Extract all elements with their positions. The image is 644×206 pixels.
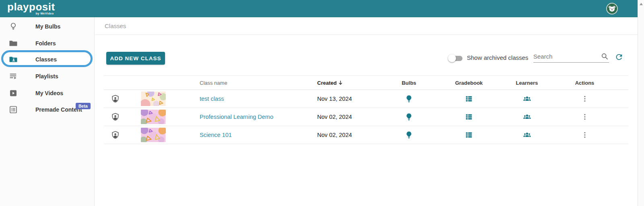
gradebook-icon[interactable] bbox=[464, 94, 474, 104]
add-new-class-button[interactable]: ADD NEW CLASS bbox=[106, 52, 165, 65]
main-area: Classes ADD NEW CLASS Show archived clas… bbox=[95, 17, 638, 206]
scroll-up-arrow-icon[interactable] bbox=[640, 3, 643, 5]
sidebar-item-label: Folders bbox=[35, 35, 56, 52]
sidebar-item-label: My Videos bbox=[35, 85, 63, 102]
classes-content: ADD NEW CLASS Show archived classes bbox=[95, 35, 638, 206]
class-thumbnail[interactable] bbox=[141, 128, 166, 142]
learners-icon[interactable] bbox=[522, 94, 532, 104]
lightbulb-icon bbox=[8, 22, 18, 31]
beta-badge: Beta bbox=[76, 103, 91, 109]
sidebar-item-label: Premade Content bbox=[35, 101, 82, 118]
vertical-scrollbar[interactable] bbox=[638, 0, 644, 206]
header-actions: Actions bbox=[548, 80, 628, 86]
table-row: test class Nov 13, 2024 bbox=[104, 90, 628, 108]
shield-person-icon bbox=[111, 94, 120, 104]
user-avatar[interactable] bbox=[606, 3, 618, 14]
search-icon[interactable] bbox=[601, 52, 609, 61]
class-name-link[interactable]: Professional Learning Demo bbox=[184, 114, 307, 120]
dog-avatar-icon bbox=[607, 4, 617, 14]
table-row: Professional Learning Demo Nov 02, 2024 bbox=[104, 108, 628, 126]
gradebook-icon[interactable] bbox=[464, 112, 474, 122]
header-created[interactable]: Created bbox=[307, 80, 386, 86]
class-name-link[interactable]: Science 101 bbox=[184, 132, 307, 138]
sidebar-item-premade-content[interactable]: Premade Content Beta bbox=[0, 101, 95, 118]
show-archived-toggle[interactable] bbox=[449, 56, 462, 61]
breadcrumb-bar: Classes bbox=[95, 17, 638, 35]
header-bulbs: Bulbs bbox=[386, 80, 432, 86]
learners-icon[interactable] bbox=[522, 130, 532, 140]
row-actions-menu-icon[interactable] bbox=[580, 94, 590, 104]
class-thumbnail[interactable] bbox=[141, 110, 166, 124]
learners-icon[interactable] bbox=[522, 112, 532, 122]
bulbs-icon[interactable] bbox=[404, 94, 414, 104]
sidebar-item-playlists[interactable]: Playlists bbox=[0, 68, 95, 85]
row-actions-menu-icon[interactable] bbox=[580, 130, 590, 140]
top-header-bar: playposit by WeVideo bbox=[0, 0, 638, 17]
search-field bbox=[533, 51, 609, 63]
sidebar-item-label: Classes bbox=[35, 51, 57, 68]
classes-folder-icon bbox=[8, 55, 18, 64]
logo-text: playposit bbox=[7, 2, 55, 12]
toggle-knob bbox=[448, 54, 456, 62]
sidebar-item-folders[interactable]: Folders bbox=[0, 35, 95, 52]
show-archived-label: Show archived classes bbox=[467, 54, 528, 61]
sort-descending-icon bbox=[338, 80, 343, 86]
sidebar-item-classes[interactable]: Classes bbox=[0, 51, 95, 68]
folder-icon bbox=[8, 39, 18, 48]
playposit-logo[interactable]: playposit by WeVideo bbox=[7, 2, 55, 15]
class-name-link[interactable]: test class bbox=[184, 96, 307, 102]
breadcrumb: Classes bbox=[105, 17, 126, 35]
table-row: Science 101 Nov 02, 2024 bbox=[104, 126, 628, 144]
classes-table: Class name Created Bulbs Gradebook Learn… bbox=[104, 75, 628, 144]
header-created-label: Created bbox=[317, 80, 336, 86]
list-alt-icon bbox=[8, 105, 18, 114]
header-gradebook: Gradebook bbox=[432, 80, 506, 86]
gradebook-icon[interactable] bbox=[464, 130, 474, 140]
created-date: Nov 02, 2024 bbox=[307, 132, 386, 138]
playlist-icon bbox=[8, 71, 18, 81]
created-date: Nov 02, 2024 bbox=[307, 114, 386, 120]
created-date: Nov 13, 2024 bbox=[307, 96, 386, 102]
sidebar-item-label: My Bulbs bbox=[35, 18, 60, 35]
bulbs-icon[interactable] bbox=[404, 130, 414, 140]
shield-person-icon bbox=[111, 112, 120, 122]
refresh-icon[interactable] bbox=[615, 53, 623, 61]
sidebar-item-label: Playlists bbox=[35, 68, 58, 85]
app-window: playposit by WeVideo bbox=[0, 0, 644, 206]
search-input[interactable] bbox=[533, 51, 598, 61]
shield-person-icon bbox=[111, 131, 120, 140]
sidebar-item-my-videos[interactable]: My Videos bbox=[0, 85, 95, 102]
table-header-row: Class name Created Bulbs Gradebook Learn… bbox=[104, 75, 628, 90]
sidebar-item-my-bulbs[interactable]: My Bulbs bbox=[0, 18, 95, 35]
header-learners: Learners bbox=[506, 80, 548, 86]
header-class-name: Class name bbox=[184, 80, 307, 86]
bulbs-icon[interactable] bbox=[404, 112, 414, 122]
sidebar-nav: My Bulbs Folders Classes bbox=[0, 17, 95, 206]
row-actions-menu-icon[interactable] bbox=[580, 112, 590, 122]
class-thumbnail[interactable] bbox=[141, 92, 166, 106]
video-icon bbox=[8, 88, 18, 98]
